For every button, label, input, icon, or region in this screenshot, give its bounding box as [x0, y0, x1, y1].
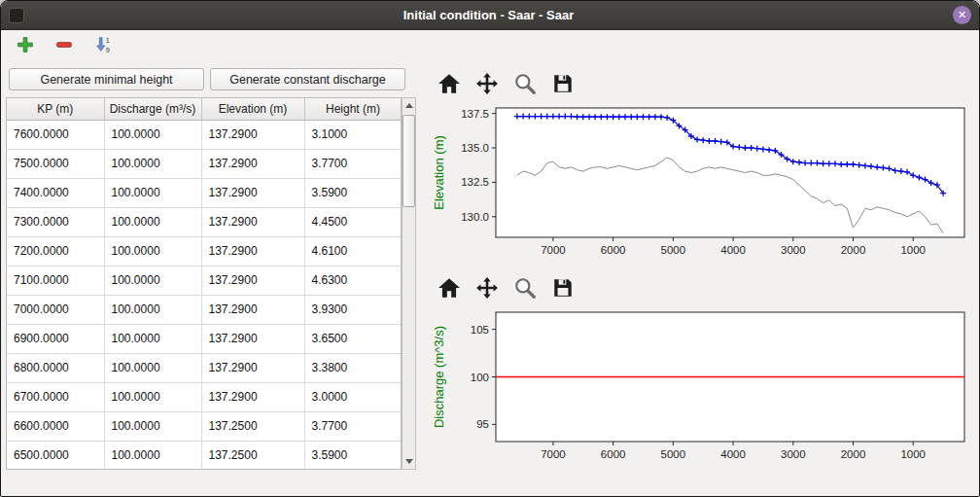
table-cell[interactable]: 4.4500 [304, 207, 402, 236]
table-cell[interactable]: 137.2900 [201, 149, 304, 178]
table-cell[interactable]: 100.0000 [104, 120, 201, 149]
save-button[interactable] [547, 275, 578, 304]
table-cell[interactable]: 100.0000 [104, 441, 201, 470]
sort-button[interactable]: 1 9 [90, 34, 116, 59]
table-scrollbar[interactable] [402, 97, 416, 470]
table-cell[interactable]: 7500.0000 [7, 149, 104, 178]
pan-button[interactable] [472, 71, 503, 100]
table-header-cell[interactable]: KP (m) [7, 98, 104, 120]
axes-area[interactable] [496, 108, 964, 237]
plots-panel: 7000600050004000300020001000130.0132.513… [426, 63, 980, 497]
table-cell[interactable]: 137.2900 [201, 382, 304, 411]
table-cell[interactable]: 7100.0000 [7, 266, 104, 295]
scroll-down-button[interactable] [402, 454, 415, 469]
table-cell[interactable]: 3.3800 [304, 353, 402, 382]
table-cell[interactable]: 137.2900 [201, 353, 304, 382]
table-cell[interactable]: 3.0000 [304, 382, 402, 411]
table-cell[interactable]: 137.2900 [201, 295, 304, 324]
table-header-cell[interactable]: Elevation (m) [201, 98, 304, 120]
table-cell[interactable]: 100.0000 [104, 266, 201, 295]
save-icon [551, 276, 575, 303]
table-cell[interactable]: 7300.0000 [7, 207, 104, 236]
table-cell[interactable]: 100.0000 [104, 382, 201, 411]
scroll-down-icon [405, 459, 413, 464]
remove-icon [54, 35, 74, 58]
table-cell[interactable]: 6600.0000 [7, 411, 104, 441]
home-button[interactable] [434, 71, 465, 100]
y-tick-label: 132.5 [461, 176, 489, 188]
titlebar[interactable]: Initial condition - Saar - Saar ✕ [1, 1, 979, 30]
close-icon[interactable]: ✕ [953, 6, 971, 24]
table-cell[interactable]: 3.6500 [304, 324, 402, 353]
table-row: 7200.0000100.0000137.29004.6100 [7, 236, 402, 266]
discharge-plot[interactable]: 700060005000400030002000100095100105Disc… [428, 306, 976, 470]
initial-condition-table: KP (m)Discharge (m³/s)Elevation (m)Heigh… [6, 97, 402, 470]
table-cell[interactable]: 4.6100 [304, 236, 402, 266]
table-cell[interactable]: 137.2900 [201, 207, 304, 236]
table-header-cell[interactable]: Discharge (m³/s) [104, 98, 201, 120]
elevation-plot[interactable]: 7000600050004000300020001000130.0132.513… [428, 102, 976, 266]
table-cell[interactable]: 100.0000 [104, 207, 201, 236]
elevation-plot-toolbar [434, 69, 980, 102]
table-header-cell[interactable]: Height (m) [304, 98, 402, 120]
table-row: 6500.0000100.0000137.25003.5900 [7, 441, 402, 470]
table-row: 6700.0000100.0000137.29003.0000 [7, 382, 402, 411]
zoom-button[interactable] [509, 275, 541, 304]
y-tick-label: 130.0 [461, 211, 489, 223]
table-cell[interactable]: 137.2900 [201, 324, 304, 353]
y-tick-label: 135.0 [461, 142, 489, 154]
table-cell[interactable]: 3.7700 [304, 149, 402, 178]
y-tick-label: 137.5 [461, 108, 489, 120]
add-row-button[interactable] [13, 34, 38, 59]
generate-constant-discharge-button[interactable]: Generate constant discharge [210, 68, 405, 90]
table-cell[interactable]: 3.9300 [304, 295, 402, 324]
table-cell[interactable]: 100.0000 [104, 178, 201, 207]
table-cell[interactable]: 100.0000 [104, 411, 201, 441]
table-cell[interactable]: 137.2900 [201, 120, 304, 149]
table-cell[interactable]: 100.0000 [104, 324, 201, 353]
pan-icon [475, 72, 499, 99]
table-cell[interactable]: 137.2900 [201, 178, 304, 207]
table-cell[interactable]: 7400.0000 [7, 178, 104, 207]
table-cell[interactable]: 6800.0000 [7, 353, 104, 382]
sort-digit-9: 9 [106, 46, 110, 54]
x-tick-label: 7000 [541, 244, 566, 256]
table-row: 7000.0000100.0000137.29003.9300 [7, 295, 402, 324]
generate-minimal-height-button[interactable]: Generate minimal height [9, 68, 204, 90]
table-cell[interactable]: 137.2500 [201, 411, 304, 441]
table-cell[interactable]: 137.2900 [201, 236, 304, 266]
home-icon [438, 72, 461, 99]
pan-button[interactable] [472, 275, 503, 304]
table-cell[interactable]: 7200.0000 [7, 236, 104, 266]
table-cell[interactable]: 100.0000 [104, 295, 201, 324]
home-icon [438, 276, 461, 303]
table-row: 7600.0000100.0000137.29003.1000 [7, 120, 402, 149]
table-cell[interactable]: 100.0000 [104, 236, 201, 266]
table-cell[interactable]: 137.2900 [201, 266, 304, 295]
table-cell[interactable]: 3.5900 [304, 178, 402, 207]
table-cell[interactable]: 6500.0000 [7, 441, 104, 470]
scroll-up-button[interactable] [402, 98, 415, 113]
table-cell[interactable]: 7600.0000 [7, 120, 104, 149]
table-cell[interactable]: 3.7700 [304, 411, 402, 441]
save-button[interactable] [547, 71, 578, 100]
table-cell[interactable]: 3.1000 [304, 120, 402, 149]
table-cell[interactable]: 100.0000 [104, 149, 201, 178]
table-cell[interactable]: 137.2500 [201, 441, 304, 470]
table-row: 6600.0000100.0000137.25003.7700 [7, 411, 402, 441]
main-toolbar: 1 9 [1, 30, 979, 63]
remove-row-button[interactable] [52, 34, 77, 59]
scrollbar-thumb[interactable] [402, 115, 415, 207]
table-row: 6800.0000100.0000137.29003.3800 [7, 353, 402, 382]
home-button[interactable] [434, 275, 465, 304]
table-cell[interactable]: 4.6300 [304, 266, 402, 295]
table-row: 7500.0000100.0000137.29003.7700 [7, 149, 402, 178]
add-icon [16, 35, 35, 58]
table-cell[interactable]: 6700.0000 [7, 382, 104, 411]
table-cell[interactable]: 6900.0000 [7, 324, 104, 353]
zoom-button[interactable] [509, 71, 541, 100]
table-cell[interactable]: 3.5900 [304, 441, 402, 470]
table-cell[interactable]: 7000.0000 [7, 295, 104, 324]
table-body: 7600.0000100.0000137.29003.10007500.0000… [7, 120, 402, 470]
table-cell[interactable]: 100.0000 [104, 353, 201, 382]
